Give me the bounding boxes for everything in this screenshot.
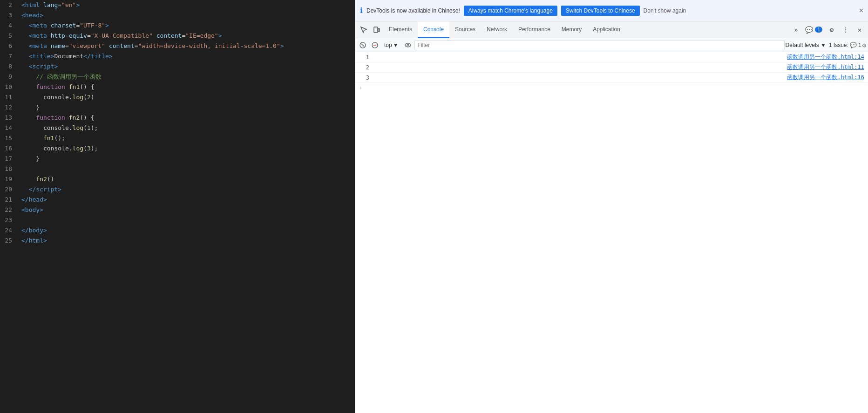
context-selector[interactable]: top ▼ bbox=[381, 41, 401, 49]
code-line: 21</head> bbox=[0, 195, 355, 205]
line-content: console.log(3); bbox=[20, 143, 355, 154]
console-row: 1 函数调用另一个函数.html:14 bbox=[355, 52, 868, 62]
line-content: <title>Document</title> bbox=[20, 51, 355, 61]
tab-sources[interactable]: Sources bbox=[449, 21, 481, 38]
code-line: 10 function fn1() { bbox=[0, 82, 355, 92]
settings-icon[interactable]: ⚙ bbox=[825, 23, 838, 36]
tab-bar: Elements Console Sources Network Perform… bbox=[355, 21, 868, 38]
line-content: </script> bbox=[20, 184, 355, 195]
context-label: top bbox=[384, 42, 392, 48]
line-number: 22 bbox=[0, 205, 20, 215]
line-content: <meta charset="UTF-8"> bbox=[20, 20, 355, 31]
tab-elements[interactable]: Elements bbox=[383, 21, 418, 38]
code-line: 14 console.log(1); bbox=[0, 123, 355, 133]
code-line: 15 fn1(); bbox=[0, 133, 355, 143]
tab-console[interactable]: Console bbox=[418, 21, 449, 38]
line-content: </head> bbox=[20, 195, 355, 205]
code-line: 25</html> bbox=[0, 236, 355, 246]
console-row-source-1[interactable]: 函数调用另一个函数.html:14 bbox=[787, 53, 868, 61]
stop-recording-button[interactable] bbox=[369, 40, 380, 51]
console-row-source-2[interactable]: 函数调用另一个函数.html:11 bbox=[787, 63, 868, 71]
console-row-number: 2 bbox=[355, 64, 374, 71]
message-icon: 💬 bbox=[805, 26, 813, 34]
line-content: } bbox=[20, 102, 355, 113]
line-number: 5 bbox=[0, 31, 20, 41]
tab-memory[interactable]: Memory bbox=[556, 21, 587, 38]
line-number: 21 bbox=[0, 195, 20, 205]
close-devtools-icon[interactable]: ✕ bbox=[853, 23, 866, 36]
chevron-right-icon: › bbox=[359, 85, 362, 91]
line-content: <meta name="viewport" content="width=dev… bbox=[20, 41, 355, 51]
switch-devtools-language-button[interactable]: Switch DevTools to Chinese bbox=[561, 6, 640, 16]
code-line: 12 } bbox=[0, 102, 355, 113]
notification-close-button[interactable]: × bbox=[859, 7, 863, 15]
issues-icon: 💬 bbox=[850, 42, 857, 48]
notification-text: DevTools is now available in Chinese! bbox=[366, 7, 460, 14]
devtools-panel: ℹ DevTools is now available in Chinese! … bbox=[355, 0, 868, 413]
line-number: 13 bbox=[0, 113, 20, 123]
line-content: <script> bbox=[20, 61, 355, 72]
line-number: 12 bbox=[0, 102, 20, 113]
code-line: 6 <meta name="viewport" content="width=d… bbox=[0, 41, 355, 51]
device-toolbar-icon[interactable] bbox=[370, 23, 383, 36]
code-line: 5 <meta http-equiv="X-UA-Compatible" con… bbox=[0, 31, 355, 41]
always-match-language-button[interactable]: Always match Chrome's language bbox=[464, 6, 557, 16]
inspect-element-icon[interactable] bbox=[357, 23, 370, 36]
tab-network[interactable]: Network bbox=[481, 21, 513, 38]
context-dropdown-icon: ▼ bbox=[393, 42, 399, 48]
line-number: 23 bbox=[0, 215, 20, 225]
code-line: 3<head> bbox=[0, 10, 355, 20]
tab-performance[interactable]: Performance bbox=[513, 21, 556, 38]
line-content: </html> bbox=[20, 236, 355, 246]
eye-icon-button[interactable] bbox=[402, 40, 414, 51]
dont-show-again-link[interactable]: Don't show again bbox=[644, 7, 686, 14]
code-line: 18 bbox=[0, 164, 355, 174]
line-number: 19 bbox=[0, 174, 20, 184]
line-content: console.log(2) bbox=[20, 92, 355, 102]
default-levels-selector[interactable]: Default levels ▼ bbox=[786, 42, 826, 48]
code-line: 8 <script> bbox=[0, 61, 355, 72]
code-line: 4 <meta charset="UTF-8"> bbox=[0, 20, 355, 31]
notification-bar: ℹ DevTools is now available in Chinese! … bbox=[355, 0, 868, 21]
svg-point-7 bbox=[407, 44, 409, 46]
line-number: 8 bbox=[0, 61, 20, 72]
console-row-source-3[interactable]: 函数调用另一个函数.html:16 bbox=[787, 74, 868, 81]
code-line: 19 fn2() bbox=[0, 174, 355, 184]
code-line: 16 console.log(3); bbox=[0, 143, 355, 154]
line-content: fn2() bbox=[20, 174, 355, 184]
tab-right-controls: » 💬 1 ⚙ ⋮ ✕ bbox=[789, 23, 866, 36]
line-content: </body> bbox=[20, 225, 355, 236]
issues-label: 1 Issue: bbox=[829, 42, 848, 48]
console-toolbar: top ▼ Default levels ▼ 1 Issue: 💬 1 ⚙ bbox=[355, 38, 868, 52]
issues-count: 1 bbox=[858, 42, 861, 48]
line-content: function fn2() { bbox=[20, 113, 355, 123]
messages-badge-container: 💬 1 bbox=[803, 26, 824, 34]
more-options-icon[interactable]: ⋮ bbox=[839, 23, 852, 36]
console-settings-icon[interactable]: ⚙ bbox=[862, 41, 866, 49]
line-number: 10 bbox=[0, 82, 20, 92]
line-number: 11 bbox=[0, 92, 20, 102]
console-row-number: 3 bbox=[355, 74, 374, 81]
line-number: 15 bbox=[0, 133, 20, 143]
console-output: 1 函数调用另一个函数.html:14 2 函数调用另一个函数.html:11 … bbox=[355, 52, 868, 413]
svg-point-6 bbox=[405, 43, 411, 47]
console-row-number: 1 bbox=[355, 54, 374, 61]
console-filter-input[interactable] bbox=[414, 40, 785, 50]
more-tabs-icon[interactable]: » bbox=[789, 23, 802, 36]
tab-application[interactable]: Application bbox=[587, 21, 626, 38]
clear-console-button[interactable] bbox=[357, 40, 368, 51]
line-content: // 函数调用另一个函数 bbox=[20, 72, 355, 82]
code-line: 20 </script> bbox=[0, 184, 355, 195]
console-row: 3 函数调用另一个函数.html:16 bbox=[355, 73, 868, 83]
line-content: console.log(1); bbox=[20, 123, 355, 133]
line-number: 9 bbox=[0, 72, 20, 82]
code-line: 7 <title>Document</title> bbox=[0, 51, 355, 61]
line-number: 6 bbox=[0, 41, 20, 51]
line-number: 16 bbox=[0, 143, 20, 154]
code-line: 24</body> bbox=[0, 225, 355, 236]
line-content: fn1(); bbox=[20, 133, 355, 143]
line-content: <meta http-equiv="X-UA-Compatible" conte… bbox=[20, 31, 355, 41]
code-editor: 2<html lang="en">3<head>4 <meta charset=… bbox=[0, 0, 355, 413]
line-number: 4 bbox=[0, 20, 20, 31]
code-line: 13 function fn2() { bbox=[0, 113, 355, 123]
